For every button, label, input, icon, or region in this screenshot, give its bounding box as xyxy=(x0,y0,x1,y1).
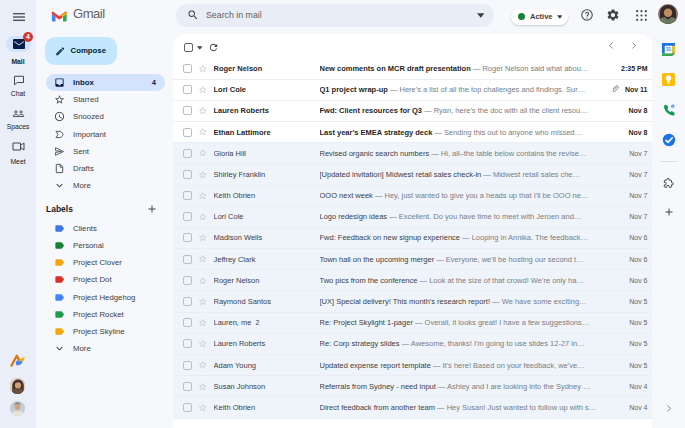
svg-text:31: 31 xyxy=(666,47,672,52)
